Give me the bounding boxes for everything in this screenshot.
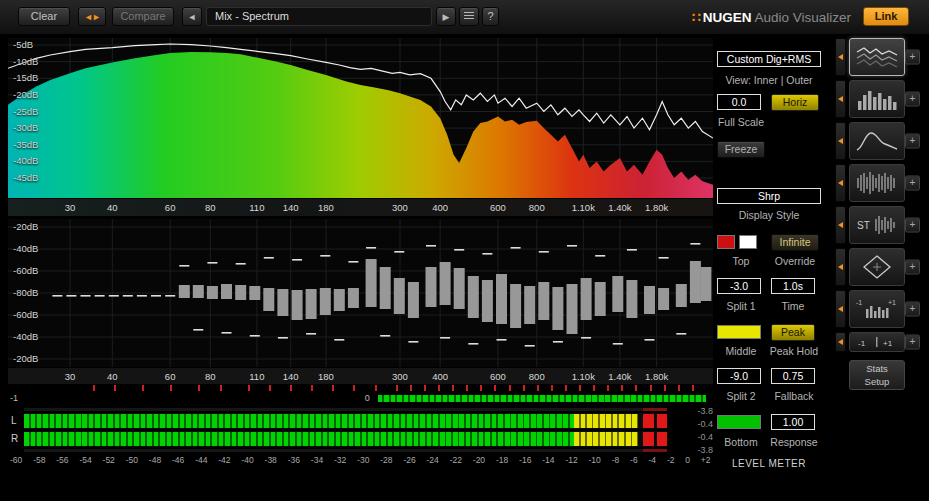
- clip-tick: [650, 385, 652, 391]
- meter-red-block: [657, 414, 667, 428]
- meter-readout: -0.4: [697, 419, 713, 429]
- freq-label: 110: [249, 202, 264, 213]
- add-view-button[interactable]: +: [905, 335, 920, 350]
- add-view-button[interactable]: +: [905, 134, 920, 149]
- bottom-color-swatch[interactable]: [717, 415, 761, 429]
- stats-setup-button[interactable]: Stats Setup: [849, 360, 905, 390]
- histogram-bar: [249, 286, 260, 300]
- response-label: Response: [766, 436, 822, 448]
- view-mode-label[interactable]: View: Inner | Outer: [716, 74, 822, 86]
- histogram-bar: [348, 288, 359, 308]
- override-label: Override: [768, 255, 822, 267]
- histogram-peak-dash: [123, 295, 133, 297]
- vectorscope-icon: [854, 253, 900, 281]
- clear-button[interactable]: Clear: [18, 7, 70, 26]
- histogram-bar: [306, 289, 317, 319]
- full-scale-field[interactable]: 0.0: [717, 94, 761, 110]
- view-select-arrow-button[interactable]: [835, 290, 846, 328]
- view-band-correlation-button[interactable]: -1+1: [849, 290, 905, 328]
- meter-scale-label: -20: [473, 455, 485, 465]
- meter-scale-label: -12: [565, 455, 577, 465]
- top-color-swatch-secondary[interactable]: [739, 235, 757, 249]
- histogram-y-axis-label: -60dB: [13, 310, 38, 320]
- view-select-arrow-button[interactable]: [835, 332, 846, 352]
- dense-bars-icon: [854, 169, 900, 197]
- histogram-bar: [644, 286, 655, 314]
- view-select-arrow-button[interactable]: [835, 122, 846, 160]
- freq-label: 80: [205, 202, 216, 213]
- play-button[interactable]: ▶: [436, 7, 456, 26]
- meter-scale-label: -8: [612, 455, 620, 465]
- correlation-meter-icon: -1+1: [854, 334, 900, 350]
- clip-tick: [311, 385, 313, 391]
- histogram-peak-dash: [645, 339, 655, 341]
- view-select-arrow-button[interactable]: [835, 80, 846, 118]
- meter-scale-label: -56: [56, 455, 68, 465]
- plots-column: -5dB-10dB-15dB-20dB-25dB-30dB-35dB-40dB-…: [8, 38, 713, 465]
- time-field[interactable]: 1.0s: [771, 278, 815, 294]
- horiz-button[interactable]: Horiz: [771, 94, 819, 111]
- view-spectrum-lines-button[interactable]: [849, 38, 905, 76]
- meter-green-fill: [24, 414, 574, 428]
- add-view-button[interactable]: +: [905, 92, 920, 107]
- clip-tick: [551, 385, 553, 391]
- freq-label: 1.40k: [608, 371, 631, 382]
- meter-scale: -60-58-56-54-52-50-48-46-44-42-40-38-36-…: [8, 455, 713, 465]
- add-view-button[interactable]: +: [905, 50, 920, 65]
- swap-compare-button[interactable]: ◄►: [78, 7, 106, 26]
- chevron-left-icon: [838, 180, 843, 186]
- compare-button[interactable]: Compare: [112, 7, 174, 26]
- add-view-button[interactable]: +: [905, 260, 920, 275]
- infinite-button[interactable]: Infinite: [771, 234, 819, 251]
- view-select-arrow-button[interactable]: [835, 206, 846, 244]
- meter-scale-label: -18: [496, 455, 508, 465]
- freq-label: 1.80k: [645, 371, 668, 382]
- split2-field[interactable]: -9.0: [717, 368, 761, 384]
- peak-hold-button[interactable]: Peak: [771, 324, 815, 341]
- response-field[interactable]: 1.00: [771, 414, 815, 430]
- preset-display[interactable]: Mix - Spectrum: [206, 7, 432, 26]
- histogram-bar: [482, 280, 493, 322]
- freq-label: 180: [318, 202, 334, 213]
- freq-label: 60: [165, 202, 176, 213]
- right-arrow-icon: ►: [92, 12, 100, 22]
- freq-label: 30: [65, 202, 76, 213]
- add-view-button[interactable]: +: [905, 176, 920, 191]
- view-select-arrow-button[interactable]: [835, 248, 846, 286]
- histogram-peak-dash: [539, 251, 549, 253]
- view-vectorscope-button[interactable]: [849, 248, 905, 286]
- middle-color-swatch[interactable]: [717, 325, 761, 339]
- meter-mode-display[interactable]: Custom Dig+RMS: [717, 51, 821, 67]
- view-stereo-spectrum-button[interactable]: ST: [849, 206, 905, 244]
- freeze-button[interactable]: Freeze: [717, 141, 765, 158]
- add-view-button[interactable]: +: [905, 218, 920, 233]
- list-icon: [464, 12, 474, 21]
- histogram-bar: [221, 284, 232, 299]
- chevron-left-icon: [838, 306, 843, 312]
- view-spectrogram-button[interactable]: [849, 122, 905, 160]
- view-correlation-meter-button[interactable]: -1+1: [849, 332, 905, 352]
- view-select-arrow-button[interactable]: [835, 164, 846, 202]
- histogram-bar: [524, 286, 535, 324]
- fallback-field[interactable]: 0.75: [771, 368, 815, 384]
- clip-tick: [220, 385, 222, 391]
- view-select-arrow-button[interactable]: [835, 38, 846, 76]
- top-color-swatch-primary[interactable]: [717, 235, 735, 249]
- view-histogram-button[interactable]: [849, 80, 905, 118]
- histogram-peak-dash: [250, 335, 260, 337]
- preset-list-button[interactable]: [459, 7, 479, 26]
- spectrum-y-axis-label: -20dB: [13, 90, 38, 100]
- histogram-bar: [595, 282, 606, 316]
- spectrum-y-axis-label: -25dB: [13, 107, 38, 117]
- prev-preset-button[interactable]: ◄: [182, 7, 202, 26]
- help-button[interactable]: ?: [482, 7, 499, 26]
- meter-red-block: [657, 432, 667, 446]
- view-band-bars-button[interactable]: [849, 164, 905, 202]
- add-view-button[interactable]: +: [905, 302, 920, 317]
- stats-setup-line2: Setup: [850, 375, 904, 388]
- split1-field[interactable]: -3.0: [717, 278, 761, 294]
- display-style-field[interactable]: Shrp: [717, 188, 821, 204]
- clip-tick: [290, 385, 292, 391]
- meter-scale-label: -2: [667, 455, 675, 465]
- histogram-peak-dash: [278, 337, 288, 339]
